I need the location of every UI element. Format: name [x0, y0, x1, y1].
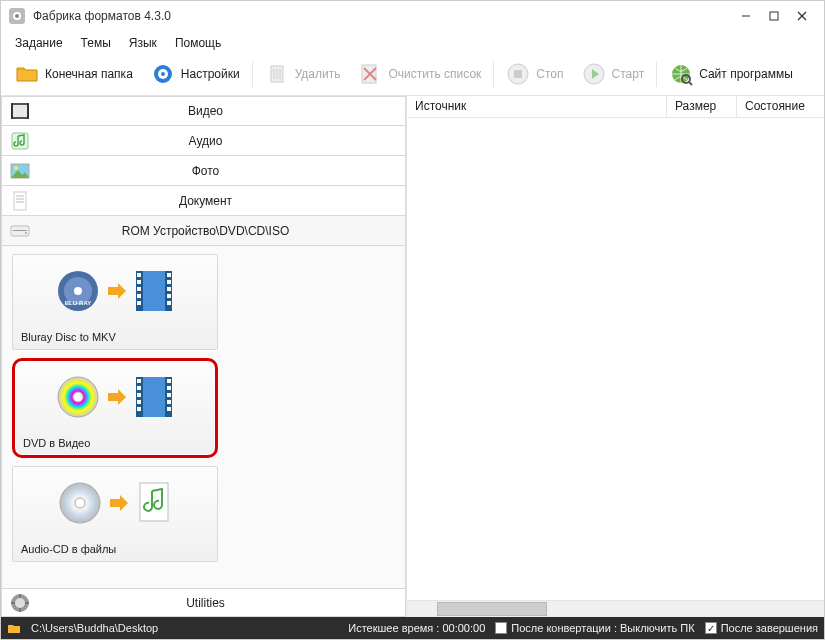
status-path[interactable]: C:\Users\Buddha\Desktop: [31, 622, 158, 634]
menu-language[interactable]: Язык: [121, 33, 165, 53]
output-folder-label: Конечная папка: [45, 67, 133, 81]
svg-rect-51: [167, 273, 171, 277]
svg-rect-32: [14, 192, 26, 210]
arrow-right-icon: [106, 280, 128, 302]
svg-rect-48: [137, 287, 141, 291]
svg-point-57: [73, 392, 83, 402]
menu-themes[interactable]: Темы: [73, 33, 119, 53]
window-title: Фабрика форматов 4.3.0: [33, 9, 732, 23]
category-audio[interactable]: Аудио: [1, 126, 406, 156]
svg-point-30: [14, 166, 18, 170]
col-source[interactable]: Источник: [407, 96, 667, 117]
folder-small-icon: [7, 621, 21, 635]
svg-point-2: [15, 14, 19, 18]
stop-icon: [506, 62, 530, 86]
clear-icon: [358, 62, 382, 86]
delete-label: Удалить: [295, 67, 341, 81]
category-video[interactable]: Видео: [1, 96, 406, 126]
play-icon: [582, 62, 606, 86]
delete-icon: [265, 62, 289, 86]
after-conversion-checkbox[interactable]: После конвертации : Выключить ПК: [495, 622, 694, 634]
tile-bluray-to-mkv[interactable]: BLU-RAY Bluray Disc to MKV: [12, 254, 218, 350]
close-button[interactable]: [788, 6, 816, 26]
menu-task[interactable]: Задание: [7, 33, 71, 53]
svg-rect-52: [167, 280, 171, 284]
category-document[interactable]: Документ: [1, 186, 406, 216]
menubar: Задание Темы Язык Помощь: [1, 31, 824, 55]
svg-point-9: [161, 72, 165, 76]
svg-rect-18: [514, 70, 522, 78]
col-size[interactable]: Размер: [667, 96, 737, 117]
film-icon: [134, 375, 174, 419]
site-button[interactable]: Сайт программы: [661, 59, 801, 89]
settings-label: Настройки: [181, 67, 240, 81]
start-label: Старт: [612, 67, 645, 81]
svg-rect-27: [27, 103, 29, 119]
tile-bluray-label: Bluray Disc to MKV: [13, 327, 217, 349]
dvd-disc-icon: [56, 375, 100, 419]
svg-rect-49: [137, 294, 141, 298]
svg-point-41: [74, 287, 82, 295]
photo-icon: [6, 157, 34, 185]
folder-icon: [15, 62, 39, 86]
scrollbar-thumb[interactable]: [437, 602, 547, 616]
horizontal-scrollbar[interactable]: [407, 600, 824, 617]
stop-button: Стоп: [498, 59, 571, 89]
svg-rect-69: [167, 400, 171, 404]
col-state[interactable]: Состояние: [737, 96, 824, 117]
svg-rect-54: [167, 294, 171, 298]
svg-rect-55: [167, 301, 171, 305]
elapsed-value: 00:00:00: [442, 622, 485, 634]
category-utilities[interactable]: Utilities: [1, 589, 406, 617]
right-pane: Источник Размер Состояние: [407, 96, 824, 617]
category-rom-label: ROM Устройство\DVD\CD\ISO: [38, 224, 405, 238]
after-done-checkbox[interactable]: ✓ После завершения: [705, 622, 818, 634]
category-audio-label: Аудио: [38, 134, 405, 148]
svg-rect-65: [137, 407, 141, 411]
tiles-area: BLU-RAY Bluray Disc to MKV DVD в Видео: [1, 246, 406, 589]
svg-line-23: [689, 82, 692, 85]
svg-rect-64: [137, 400, 141, 404]
settings-button[interactable]: Настройки: [143, 59, 248, 89]
elapsed-label: Истекшее время :: [348, 622, 439, 634]
maximize-button[interactable]: [760, 6, 788, 26]
svg-rect-80: [25, 602, 29, 604]
tile-graphic: [13, 467, 217, 539]
output-folder-button[interactable]: Конечная папка: [7, 59, 141, 89]
category-rom[interactable]: ROM Устройство\DVD\CD\ISO: [1, 216, 406, 246]
bluray-disc-icon: BLU-RAY: [56, 269, 100, 313]
tile-dvd-to-video[interactable]: DVD в Видео: [12, 358, 218, 458]
document-icon: [6, 187, 34, 215]
delete-button: Удалить: [257, 59, 349, 89]
svg-marker-73: [110, 495, 128, 511]
tile-audiocd-to-files[interactable]: Audio-CD в файлы: [12, 466, 218, 562]
arrow-right-icon: [106, 386, 128, 408]
svg-rect-66: [167, 379, 171, 383]
audio-icon: [6, 127, 34, 155]
svg-rect-70: [167, 407, 171, 411]
svg-rect-25: [13, 105, 27, 117]
category-photo-label: Фото: [38, 164, 405, 178]
category-document-label: Документ: [38, 194, 405, 208]
menu-help[interactable]: Помощь: [167, 33, 229, 53]
elapsed-time: Истекшее время : 00:00:00: [348, 622, 485, 634]
svg-point-38: [25, 232, 27, 234]
svg-rect-4: [770, 12, 778, 20]
tile-dvd-label: DVD в Видео: [15, 433, 215, 455]
category-photo[interactable]: Фото: [1, 156, 406, 186]
video-icon: [6, 97, 34, 125]
svg-rect-77: [19, 594, 21, 598]
svg-rect-47: [137, 280, 141, 284]
svg-rect-68: [167, 393, 171, 397]
svg-point-76: [15, 598, 25, 608]
svg-rect-62: [137, 386, 141, 390]
minimize-button[interactable]: [732, 6, 760, 26]
tile-graphic: BLU-RAY: [13, 255, 217, 327]
gear-icon: [151, 62, 175, 86]
start-button: Старт: [574, 59, 653, 89]
utilities-label: Utilities: [38, 596, 405, 610]
svg-rect-50: [137, 301, 141, 305]
separator: [493, 61, 494, 87]
svg-marker-58: [108, 389, 126, 405]
checkbox-icon: [495, 622, 507, 634]
